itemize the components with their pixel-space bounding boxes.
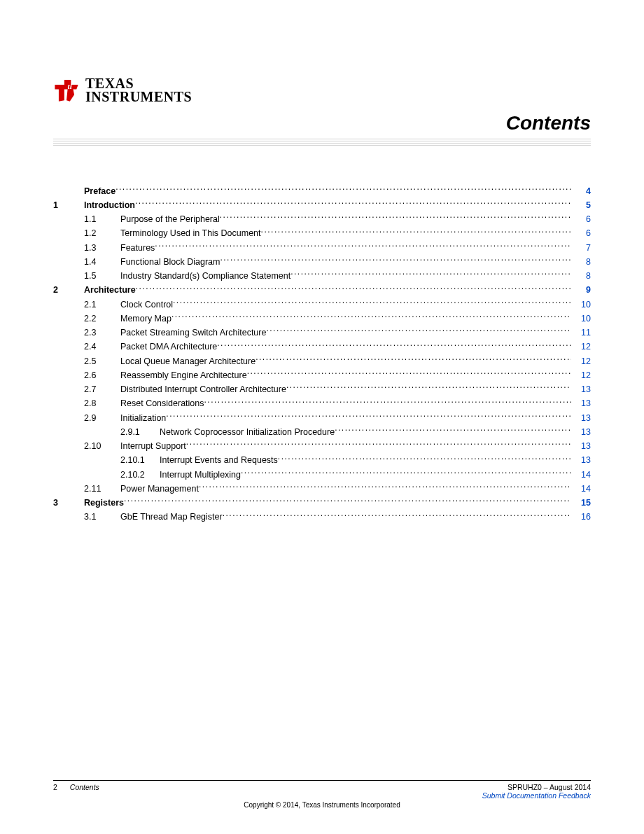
toc-leader <box>135 199 571 208</box>
toc-page-link[interactable]: 13 <box>571 412 591 424</box>
toc-number: 2.6 <box>84 370 120 381</box>
toc-row: 2.9Initialization13 <box>53 412 591 424</box>
toc-label: Clock Control <box>120 299 173 310</box>
toc-number: 2.10.1 <box>120 454 160 466</box>
toc-leader <box>241 468 571 478</box>
toc-label: Local Queue Manager Architecture <box>120 356 255 367</box>
toc-label: Registers <box>84 497 124 508</box>
toc-page-link[interactable]: 6 <box>571 228 591 239</box>
toc-row: 1.4Functional Block Diagram8 <box>53 256 591 267</box>
toc-page-link[interactable]: 13 <box>571 454 591 466</box>
toc-leader <box>255 355 571 364</box>
page: ti TEXAS INSTRUMENTS Contents Preface41I… <box>0 0 644 834</box>
toc-leader <box>199 482 571 492</box>
toc-label: Purpose of the Peripheral <box>120 214 220 225</box>
toc-page-link[interactable]: 7 <box>571 242 591 253</box>
toc-page-link[interactable]: 13 <box>571 440 591 452</box>
footer-copyright: Copyright © 2014, Texas Instruments Inco… <box>53 801 591 809</box>
toc-row: 2.1Clock Control10 <box>53 298 591 310</box>
svg-text:ti: ti <box>68 82 73 90</box>
toc-label: Packet Streaming Switch Architecture <box>120 327 266 338</box>
toc-page-link[interactable]: 8 <box>571 256 591 267</box>
footer-left: 2 Contents <box>53 783 99 800</box>
toc-page-link[interactable]: 14 <box>571 469 591 480</box>
toc-page-link[interactable]: 12 <box>571 370 591 381</box>
toc-number: 2.3 <box>84 327 120 338</box>
toc-row: 3Registers15 <box>53 497 591 509</box>
toc-number: 2.9 <box>84 412 120 424</box>
toc-label: Reset Considerations <box>120 398 204 409</box>
toc-page-link[interactable]: 9 <box>571 284 591 296</box>
page-footer: 2 Contents SPRUHZ0 – August 2014 Submit … <box>53 780 591 809</box>
toc-page-link[interactable]: 13 <box>571 426 591 438</box>
toc-leader <box>266 327 571 336</box>
toc-leader <box>166 412 571 421</box>
toc-label: Network Coprocessor Initialization Proce… <box>160 426 335 438</box>
toc-number: 2.4 <box>84 341 120 352</box>
toc-row: 1.2Terminology Used in This Document6 <box>53 228 591 239</box>
toc-page-link[interactable]: 8 <box>571 270 591 282</box>
page-title: Contents <box>53 112 591 134</box>
toc-row: 2.4Packet DMA Architecture12 <box>53 341 591 353</box>
toc-label: Initialization <box>120 412 166 424</box>
toc-row: 2.8Reset Considerations13 <box>53 398 591 410</box>
toc-leader <box>335 426 571 435</box>
toc-row: 2.10.2Interrupt Multiplexing14 <box>53 468 591 480</box>
toc-page-link[interactable]: 13 <box>571 398 591 409</box>
toc-row: 2.11Power Management14 <box>53 482 591 494</box>
toc-label: Interrupt Events and Requests <box>160 454 278 466</box>
ti-logo-text: TEXAS INSTRUMENTS <box>85 77 192 104</box>
toc-number: 3.1 <box>84 511 120 522</box>
toc-number: 2.7 <box>84 384 120 395</box>
toc-leader <box>278 454 571 464</box>
toc-row: 1Introduction5 <box>53 199 591 211</box>
toc-leader <box>155 242 571 251</box>
toc-leader <box>186 440 571 450</box>
toc-row: 1.1Purpose of the Peripheral6 <box>53 214 591 225</box>
toc-page-link[interactable]: 4 <box>571 186 591 197</box>
toc-page-link[interactable]: 15 <box>571 497 591 508</box>
ti-logo-icon: ti <box>53 77 80 104</box>
toc-row: 1.5Industry Standard(s) Compliance State… <box>53 270 591 282</box>
toc-page-link[interactable]: 12 <box>571 341 591 352</box>
toc-number: 1.1 <box>84 214 120 225</box>
toc-page-link[interactable]: 5 <box>571 200 591 211</box>
toc-page-link[interactable]: 13 <box>571 384 591 395</box>
toc-row: 3.1GbE Thread Map Register16 <box>53 511 591 523</box>
toc-number: 1.3 <box>84 242 120 253</box>
toc-row: 2.5Local Queue Manager Architecture12 <box>53 355 591 367</box>
toc-page-link[interactable]: 10 <box>571 313 591 324</box>
toc-leader <box>220 214 571 223</box>
toc-leader <box>220 256 571 265</box>
toc-label: Architecture <box>84 284 136 296</box>
table-of-contents: Preface41Introduction51.1Purpose of the … <box>53 185 591 523</box>
toc-label: Packet DMA Architecture <box>120 341 217 352</box>
toc-number: 1.2 <box>84 228 120 239</box>
toc-row: 2.6Reassembly Engine Architecture12 <box>53 369 591 381</box>
toc-number: 2 <box>53 284 84 296</box>
toc-page-link[interactable]: 11 <box>571 327 591 338</box>
toc-leader <box>217 341 571 350</box>
footer-rule <box>53 780 591 781</box>
toc-leader <box>204 398 571 407</box>
toc-row: 2Architecture9 <box>53 284 591 296</box>
toc-leader <box>290 270 571 279</box>
toc-page-link[interactable]: 6 <box>571 214 591 225</box>
toc-page-link[interactable]: 16 <box>571 511 591 522</box>
footer-feedback-link[interactable]: Submit Documentation Feedback <box>482 791 591 800</box>
toc-number: 2.11 <box>84 483 120 494</box>
toc-page-link[interactable]: 10 <box>571 299 591 310</box>
toc-number: 2.10.2 <box>120 469 160 480</box>
toc-page-link[interactable]: 14 <box>571 483 591 494</box>
toc-leader <box>173 298 571 307</box>
toc-label: Interrupt Support <box>120 440 186 452</box>
footer-section: Contents <box>70 783 99 791</box>
toc-number: 2.10 <box>84 440 120 452</box>
toc-row: 2.9.1Network Coprocessor Initialization … <box>53 426 591 438</box>
toc-number: 2.8 <box>84 398 120 409</box>
toc-row: 2.10Interrupt Support13 <box>53 440 591 452</box>
toc-leader <box>124 497 571 506</box>
toc-leader <box>172 312 571 321</box>
toc-label: Industry Standard(s) Compliance Statemen… <box>120 270 290 282</box>
toc-page-link[interactable]: 12 <box>571 356 591 367</box>
